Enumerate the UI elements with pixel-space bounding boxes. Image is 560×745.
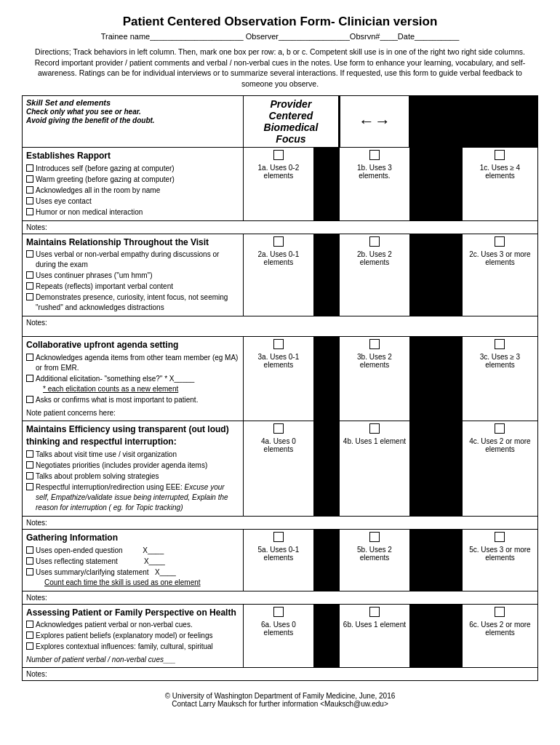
section1-item3: Acknowledges all in the room by name xyxy=(26,186,239,196)
section3-note-patient: Note patient concerns here: xyxy=(26,408,239,418)
section1-title: Establishes Rapport xyxy=(26,150,239,162)
section4-checkbox-b[interactable] xyxy=(369,423,380,434)
section4-item2: Negotiates priorities (includes provider… xyxy=(26,461,239,471)
header-provider-label: Provider Centered Biomedical Focus xyxy=(264,98,319,145)
section3-label-c: 3c. Uses ≥ 3 elements xyxy=(466,353,534,369)
header-patient-col: Patient Centered Biopsychosocial Focus xyxy=(410,95,538,147)
section3-checkbox-a[interactable] xyxy=(273,339,284,349)
header-row: Skill Set and elements Check only what y… xyxy=(23,95,538,147)
section3-checkbox-b[interactable] xyxy=(369,339,380,349)
section1-notes-row: Notes: xyxy=(23,220,538,234)
section1-notes: Notes: xyxy=(23,220,538,234)
section2-label-b: 2b. Uses 2 elements xyxy=(343,250,407,266)
section6-checkbox-b[interactable] xyxy=(369,607,380,617)
section1-rating-b: 1b. Uses 3 elements. xyxy=(339,147,410,220)
section2-rating-a: 2a. Uses 0-1 elements xyxy=(244,234,314,316)
divider9 xyxy=(314,529,339,591)
section6-checkbox-a[interactable] xyxy=(273,607,284,617)
section4-checkbox-a[interactable] xyxy=(273,423,284,434)
section5-checkbox-b[interactable] xyxy=(369,532,380,542)
section5-skills: Gathering Information Uses open-ended qu… xyxy=(23,529,244,591)
section6-title: Assessing Patient or Family Perspective … xyxy=(26,607,239,619)
section1-rating-c: 1c. Uses ≥ 4 elements xyxy=(462,147,537,220)
section6-notes-row: Notes: xyxy=(23,668,538,681)
section4-rating-b: 4b. Uses 1 element xyxy=(339,421,410,517)
section5-item2: Uses reflecting statement X____ xyxy=(26,557,239,567)
section3-title: Collaborative upfront agenda setting xyxy=(26,339,239,351)
section1-checkbox-a[interactable] xyxy=(273,150,284,160)
section5-checkbox-a[interactable] xyxy=(273,532,284,542)
directions-text: Directions; Track behaviors in left colu… xyxy=(22,47,538,89)
section1-item2: Warm greeting (before gazing at computer… xyxy=(26,175,239,185)
section6-notes-label: Notes: xyxy=(26,670,47,678)
section1-skills: Establishes Rapport Introduces self (bef… xyxy=(23,147,244,220)
section1-checkbox-c[interactable] xyxy=(495,150,505,160)
section4-title: Maintains Efficiency using transparent (… xyxy=(26,423,239,448)
section1-rating-a: 1a. Uses 0-2 elements xyxy=(244,147,314,220)
footer-line2: Contact Larry Mauksch for further inform… xyxy=(22,700,538,708)
section1-label-b: 1b. Uses 3 elements. xyxy=(343,164,407,180)
trainee-line: Trainee name_____________________ Observ… xyxy=(22,32,538,41)
section3-checkbox-c[interactable] xyxy=(495,339,505,349)
divider6 xyxy=(410,337,463,421)
section3-item3: Asks or confirms what is most important … xyxy=(26,395,239,405)
section5-notes-row: Notes: xyxy=(23,591,538,604)
section2-checkbox-a[interactable] xyxy=(273,236,284,247)
section6-label-a: 6a. Uses 0 elements xyxy=(247,621,309,637)
section5-label-a: 5a. Uses 0-1 elements xyxy=(247,546,309,562)
section5-item3: Uses summary/clarifying statement X____ … xyxy=(26,567,239,588)
section6-notes: Notes: xyxy=(23,668,538,681)
section5-label-c: 5c. Uses 3 or more elements xyxy=(466,546,534,562)
section2-checkbox-c[interactable] xyxy=(495,236,505,247)
divider11 xyxy=(314,604,339,668)
section4-rating-a: 4a. Uses 0 elements xyxy=(244,421,314,517)
section6-label-b: 6b. Uses 1 element xyxy=(343,621,407,629)
section4-skills: Maintains Efficiency using transparent (… xyxy=(23,421,244,517)
section6-rating-b: 6b. Uses 1 element xyxy=(339,604,410,668)
main-table: Skill Set and elements Check only what y… xyxy=(22,95,538,682)
section4-notes-label: Notes: xyxy=(26,519,47,527)
page-title: Patient Centered Observation Form- Clini… xyxy=(22,15,538,29)
section5-rating-b: 5b. Uses 2 elements xyxy=(339,529,410,591)
header-patient-label: Patient Centered Biopsychosocial Focus xyxy=(417,98,531,121)
section2-item2: Uses continuer phrases ("um hmm") xyxy=(26,271,239,281)
section5-notes: Notes: xyxy=(23,591,538,604)
divider1 xyxy=(314,147,339,220)
section1-notes-label: Notes: xyxy=(26,223,47,231)
section6-item1: Acknowledges patient verbal or non-verba… xyxy=(26,620,239,630)
section3-rating-c: 3c. Uses ≥ 3 elements xyxy=(462,337,537,421)
section4-label-b: 4b. Uses 1 element xyxy=(343,437,407,445)
section2-notes-row: Notes: xyxy=(23,316,538,337)
section1-item4: Uses eye contact xyxy=(26,196,239,207)
section2-item4: Demonstrates presence, curiosity, intent… xyxy=(26,292,239,313)
section6-item3: Explores contextual influences: family, … xyxy=(26,642,239,652)
section2-label-c: 2c. Uses 3 or more elements xyxy=(466,250,534,266)
section4-checkbox-c[interactable] xyxy=(495,423,505,434)
divider5 xyxy=(314,337,339,421)
section4-notes-row: Notes: xyxy=(23,516,538,529)
section2-checkbox-b[interactable] xyxy=(369,236,380,247)
section1-label-a: 1a. Uses 0-2 elements xyxy=(247,164,309,180)
section2-notes: Notes: xyxy=(23,316,538,337)
header-skill-col: Skill Set and elements Check only what y… xyxy=(23,95,244,147)
section2-row: Maintains Relationship Throughout the Vi… xyxy=(23,234,538,316)
section5-checkbox-c[interactable] xyxy=(495,532,505,542)
footer: © University of Washington Department of… xyxy=(22,692,538,708)
arrow-icon: ←→ xyxy=(359,112,391,130)
section3-item2: Additional elicitation- "something else?… xyxy=(26,374,239,394)
section1-checkbox-b[interactable] xyxy=(369,150,380,160)
section3-rating-a: 3a. Uses 0-1 elements xyxy=(244,337,314,421)
divider10 xyxy=(410,529,463,591)
section2-notes-label: Notes: xyxy=(26,319,47,327)
header-skill-label: Skill Set and elements xyxy=(26,98,111,107)
section2-title: Maintains Relationship Throughout the Vi… xyxy=(26,236,239,249)
divider12 xyxy=(410,604,463,668)
section5-row: Gathering Information Uses open-ended qu… xyxy=(23,529,538,591)
section4-label-a: 4a. Uses 0 elements xyxy=(247,437,309,453)
divider8 xyxy=(410,421,463,517)
section4-item3: Talks about problem solving strategies xyxy=(26,471,239,482)
section6-skills: Assessing Patient or Family Perspective … xyxy=(23,604,244,668)
section3-label-b: 3b. Uses 2 elements xyxy=(343,353,407,369)
section4-item1: Talks about visit time use / visit organ… xyxy=(26,450,239,460)
section6-checkbox-c[interactable] xyxy=(495,607,505,617)
